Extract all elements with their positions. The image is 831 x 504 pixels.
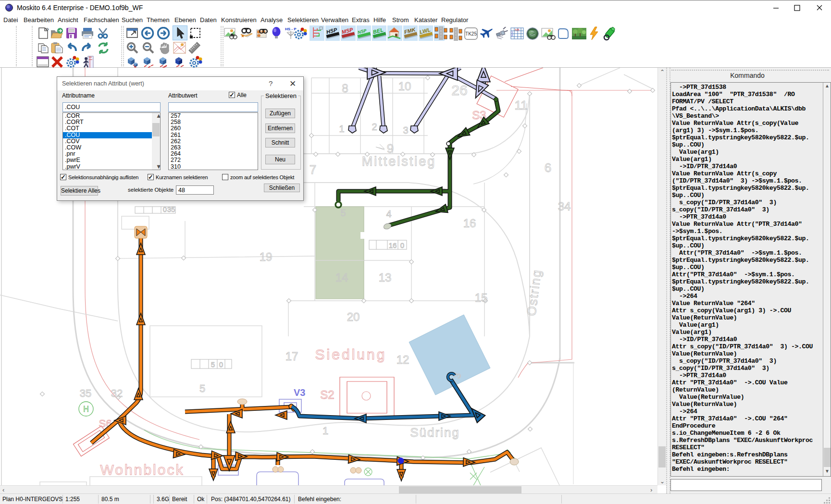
svg-text:TK25: TK25 <box>465 31 477 37</box>
svg-text:10: 10 <box>398 80 411 93</box>
svg-text:12: 12 <box>397 353 409 366</box>
svg-text:0: 0 <box>219 360 223 369</box>
svg-text:Ostring: Ostring <box>524 269 544 317</box>
svg-text:Südring: Südring <box>410 425 460 440</box>
svg-text:16: 16 <box>389 241 397 249</box>
svg-text:8: 8 <box>342 82 348 95</box>
svg-text:11: 11 <box>515 98 528 112</box>
svg-text:35: 35 <box>80 387 91 399</box>
svg-text:0: 0 <box>163 205 167 213</box>
svg-text:17: 17 <box>285 350 298 363</box>
svg-text:A|B: A|B <box>515 28 520 31</box>
svg-text:9: 9 <box>387 141 394 156</box>
svg-text:V3: V3 <box>294 387 305 398</box>
svg-text:1: 1 <box>322 425 328 437</box>
svg-text:15: 15 <box>475 291 488 304</box>
svg-text:32: 32 <box>111 387 123 399</box>
svg-text:S2: S2 <box>320 388 334 401</box>
svg-text:Siedlung: Siedlung <box>315 346 387 362</box>
svg-text:34: 34 <box>558 200 571 213</box>
svg-text:3: 3 <box>403 125 408 135</box>
svg-text:Mittelstieg: Mittelstieg <box>362 154 436 169</box>
svg-text:16: 16 <box>463 217 476 230</box>
svg-text:Wohnblock: Wohnblock <box>100 462 185 478</box>
svg-text:6: 6 <box>545 160 551 175</box>
svg-text:7: 7 <box>310 162 316 177</box>
svg-text:26: 26 <box>451 82 467 98</box>
svg-text:4: 4 <box>386 209 391 219</box>
svg-text:19: 19 <box>260 250 273 263</box>
svg-text:13: 13 <box>379 271 392 284</box>
svg-text:14: 14 <box>335 271 348 284</box>
svg-text:20: 20 <box>347 310 360 323</box>
svg-text:5: 5 <box>211 360 215 369</box>
svg-text:0: 0 <box>400 241 404 249</box>
svg-text:35: 35 <box>167 205 175 213</box>
svg-text:2: 2 <box>372 122 377 132</box>
svg-text:H: H <box>83 405 89 413</box>
svg-text:5: 5 <box>340 208 346 218</box>
svg-text:5: 5 <box>199 382 205 394</box>
svg-text:1: 1 <box>339 123 344 134</box>
